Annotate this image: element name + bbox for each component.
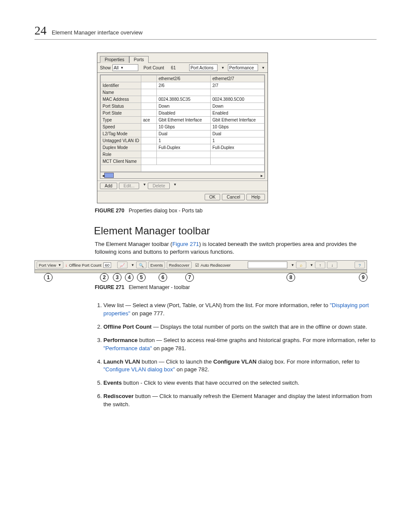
- callout-8: 8: [286, 273, 295, 282]
- cell: [211, 89, 265, 96]
- performance-icon[interactable]: 📈: [117, 261, 128, 268]
- section-para: The Element Manager toolbar (Figure 271)…: [95, 240, 377, 256]
- table-pad: [101, 165, 141, 172]
- figure-caption-text: Properties dialog box - Ports tab: [129, 208, 202, 214]
- tab-ports[interactable]: Ports: [129, 56, 149, 63]
- show-dropdown[interactable]: All ▼: [112, 64, 138, 71]
- add-button[interactable]: Add: [100, 183, 117, 189]
- performance-dropdown[interactable]: Performance: [228, 64, 258, 71]
- chevron-down-icon: ▼: [310, 263, 313, 267]
- cell: Disabled: [157, 110, 211, 117]
- row-label: MCT Client Name: [101, 158, 141, 165]
- row-label: Role: [101, 151, 141, 158]
- row-label: L2/Tag Mode: [101, 131, 141, 137]
- ok-button[interactable]: OK: [205, 194, 220, 200]
- chevron-down-icon: ▼: [262, 66, 265, 70]
- port-view-dropdown[interactable]: Port View ▼: [37, 261, 63, 268]
- scroll-right-icon[interactable]: ▸: [261, 173, 263, 178]
- figure-label: FIGURE 270: [95, 208, 125, 214]
- edit-button[interactable]: Edit...: [119, 183, 140, 189]
- nav-up-icon[interactable]: ↑: [315, 261, 325, 268]
- cell: Down: [211, 103, 265, 110]
- page-number: 24: [34, 24, 47, 37]
- list-item: Events button - Click to view events tha…: [103, 379, 377, 387]
- help-button[interactable]: Help: [246, 194, 265, 200]
- chevron-down-icon: ▼: [221, 66, 224, 70]
- col-header-mid: [141, 75, 157, 82]
- vlan-icon[interactable]: 🔍: [136, 261, 146, 268]
- cell: 2/6: [157, 82, 211, 89]
- link[interactable]: "Configure VLAN dialog box": [103, 366, 175, 373]
- numbered-list: View list — Select a view (Port, Table, …: [95, 302, 377, 408]
- figure-link[interactable]: Figure 271: [172, 241, 199, 247]
- chevron-down-icon: ▼: [120, 66, 124, 70]
- row-label: Identifier: [101, 82, 141, 89]
- cell: Down: [157, 103, 211, 110]
- row-label: Name: [101, 89, 141, 96]
- page-header: 24 Element Manager interface overview: [34, 24, 377, 40]
- row-label: Port Status: [101, 103, 141, 110]
- nav-down-icon[interactable]: ↓: [327, 261, 337, 268]
- callout-9: 9: [359, 273, 367, 282]
- cell-frag: ace: [141, 117, 157, 124]
- h-scrollbar[interactable]: ◂ ▸: [100, 172, 265, 179]
- help-icon[interactable]: ?: [355, 261, 365, 268]
- port-actions-dropdown[interactable]: Port Actions: [189, 64, 218, 71]
- header-section: Element Manager interface overview: [52, 29, 143, 36]
- list-item: Offline Port Count — Displays the total …: [103, 323, 377, 331]
- cell: [211, 151, 265, 158]
- col-header-1: ethernet2/6: [157, 75, 211, 82]
- row-label: Duplex Mode: [101, 144, 141, 151]
- cell: Gbit Ethernet Interface: [157, 117, 211, 124]
- figure-label: FIGURE 271: [95, 284, 125, 290]
- list-item: Rediscover button — Click to manually re…: [103, 392, 377, 409]
- cell: 1: [157, 137, 211, 144]
- delete-button[interactable]: Delete: [148, 183, 170, 189]
- cell: [157, 89, 211, 96]
- row-label: MAC Address: [101, 96, 141, 103]
- list-item: View list — Select a view (Port, Table, …: [103, 302, 377, 318]
- row-label: Speed: [101, 124, 141, 131]
- chevron-down-icon: ▼: [131, 263, 134, 267]
- rediscover-button[interactable]: Rediscover: [167, 261, 192, 268]
- cancel-button[interactable]: Cancel: [222, 194, 245, 200]
- show-label: Show: [100, 65, 111, 70]
- chevron-down-icon: ▼: [291, 263, 294, 267]
- figure-270-caption: FIGURE 270 Properties dialog box - Ports…: [95, 208, 377, 214]
- row-label: Type: [101, 117, 141, 124]
- chevron-down-icon: ▼: [58, 263, 61, 267]
- search-input[interactable]: [248, 261, 287, 268]
- port-count-label: Port Count: [143, 65, 164, 70]
- figure-caption-text: Element Manager - toolbar: [129, 284, 190, 290]
- callout-2: 2: [100, 273, 109, 282]
- tab-properties[interactable]: Properties: [100, 56, 129, 63]
- cell: Full-Duplex: [157, 144, 211, 151]
- callout-7: 7: [185, 273, 194, 282]
- events-button[interactable]: Events: [148, 261, 165, 268]
- auto-rediscover-checkbox[interactable]: ☑: [195, 263, 199, 268]
- cell: [157, 151, 211, 158]
- col-header-blank: [101, 75, 141, 82]
- cell: 2/7: [211, 82, 265, 89]
- binoculars-icon[interactable]: ⌕: [296, 261, 306, 268]
- offline-count-value: 60: [103, 262, 112, 268]
- cell: Full-Duplex: [211, 144, 265, 151]
- link[interactable]: "Performance data": [103, 345, 152, 352]
- chevron-down-icon: ▼: [143, 183, 146, 189]
- performance-label: Performance: [229, 65, 254, 70]
- callout-1: 1: [44, 273, 53, 282]
- cell: 0024.3880.5C00: [211, 96, 265, 103]
- cell: 10 Gbps: [211, 124, 265, 131]
- cell: [157, 158, 211, 165]
- cell: 1: [211, 137, 265, 144]
- callout-row: 1 2 3 4 5 6 7 8 9: [34, 273, 377, 282]
- port-actions-label: Port Actions: [190, 65, 213, 70]
- section-title: Element Manager toolbar: [94, 225, 377, 237]
- cell: 10 Gbps: [157, 124, 211, 131]
- list-item: Launch VLAN button — Click to launch the…: [103, 358, 377, 374]
- tab-strip: Properties Ports: [97, 53, 268, 62]
- show-value: All: [114, 65, 118, 70]
- cell: [211, 158, 265, 165]
- port-count-value: 61: [171, 65, 176, 70]
- callout-4: 4: [125, 273, 134, 282]
